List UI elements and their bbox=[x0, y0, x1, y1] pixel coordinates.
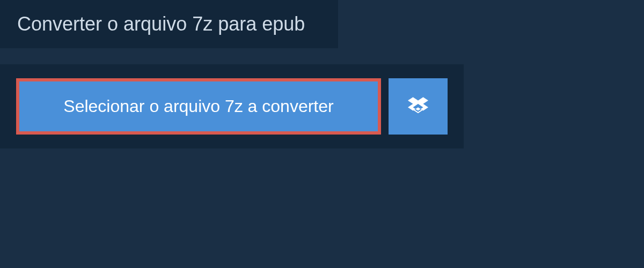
page-title: Converter o arquivo 7z para epub bbox=[17, 13, 321, 35]
header-bar: Converter o arquivo 7z para epub bbox=[0, 0, 338, 48]
dropbox-button[interactable] bbox=[389, 78, 448, 135]
select-file-label: Selecionar o arquivo 7z a converter bbox=[63, 96, 333, 116]
dropbox-icon bbox=[408, 95, 428, 118]
select-file-button[interactable]: Selecionar o arquivo 7z a converter bbox=[16, 78, 381, 135]
upload-section: Selecionar o arquivo 7z a converter bbox=[0, 64, 464, 148]
